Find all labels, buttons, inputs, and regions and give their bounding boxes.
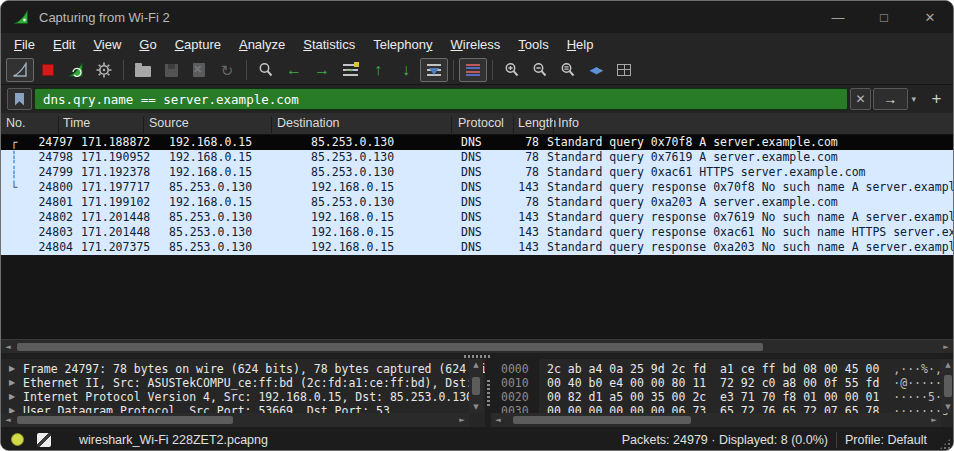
detail-line[interactable]: ▶Frame 24797: 78 bytes on wire (624 bits…	[1, 362, 485, 376]
related-packet-mark	[1, 240, 27, 255]
menu-edit[interactable]: Edit	[44, 35, 84, 54]
expander-icon[interactable]: ▶	[1, 362, 23, 376]
expander-icon[interactable]: ▶	[1, 376, 23, 390]
scroll-down-icon[interactable]: ▼	[469, 401, 483, 413]
details-vscrollbar[interactable]: ▲ ▼	[469, 359, 483, 413]
capture-comment-icon[interactable]	[37, 433, 51, 447]
colorize-toggle[interactable]	[459, 58, 487, 82]
packet-row[interactable]: ┆24799171.192378192.168.0.1585.253.0.130…	[1, 165, 953, 180]
hex-row[interactable]: 001000 40 b0 e4 00 00 80 11 72 92 c0 a8 …	[491, 376, 954, 390]
scroll-left-icon[interactable]: ◄	[1, 414, 15, 426]
auto-scroll-toggle[interactable]	[420, 58, 448, 82]
zoom-in-button[interactable]	[498, 58, 526, 82]
packet-row[interactable]: ┆24798171.190952192.168.0.1585.253.0.130…	[1, 150, 953, 165]
zoom-original-button[interactable]	[554, 58, 582, 82]
start-capture-button[interactable]	[6, 58, 34, 82]
menu-capture[interactable]: Capture	[166, 35, 230, 54]
scroll-left-icon[interactable]: ◄	[1, 341, 15, 353]
filter-bookmark-button[interactable]	[7, 88, 32, 110]
toolbar-separator	[453, 60, 454, 80]
zoom-out-button[interactable]	[526, 58, 554, 82]
go-to-packet-button[interactable]	[336, 58, 364, 82]
scroll-down-icon[interactable]: ▼	[941, 401, 954, 413]
open-file-button[interactable]	[129, 58, 157, 82]
packet-row[interactable]: 24803171.20144885.253.0.130192.168.0.15D…	[1, 225, 953, 240]
expert-info-icon[interactable]	[11, 433, 24, 446]
close-file-x-icon: ✕	[193, 63, 202, 76]
restart-capture-button[interactable]	[62, 58, 90, 82]
scroll-right-icon[interactable]: ►	[927, 414, 941, 426]
column-info[interactable]: Info	[558, 116, 579, 130]
go-back-button[interactable]: ←	[280, 58, 308, 82]
close-button[interactable]: ✕	[907, 1, 953, 33]
packet-details-pane: ▶Frame 24797: 78 bytes on wire (624 bits…	[1, 359, 485, 427]
menu-help[interactable]: Help	[558, 35, 603, 54]
profile-label[interactable]: Profile: Default	[845, 433, 927, 447]
reload-button[interactable]: ↻	[213, 58, 241, 82]
column-time[interactable]: Time	[63, 116, 90, 130]
close-file-button[interactable]: ✕	[185, 58, 213, 82]
columns-grid-icon	[617, 64, 631, 76]
detail-line[interactable]: ▶Internet Protocol Version 4, Src: 192.1…	[1, 390, 485, 404]
menu-file[interactable]: File	[5, 35, 44, 54]
resize-columns-icon: ◀▶	[590, 65, 602, 75]
menu-statistics[interactable]: Statistics	[294, 35, 364, 54]
packet-row[interactable]: 24804171.20737585.253.0.130192.168.0.15D…	[1, 240, 953, 255]
expander-icon[interactable]: ▶	[1, 390, 23, 404]
bytes-hscrollbar[interactable]: ◄ ►	[491, 413, 941, 427]
packet-list-hscrollbar[interactable]: ◄ ►	[1, 339, 953, 353]
column-destination[interactable]: Destination	[277, 116, 340, 130]
scroll-up-icon[interactable]: ▲	[469, 359, 483, 371]
display-columns-button[interactable]	[610, 58, 638, 82]
packet-row[interactable]: 24802171.20144885.253.0.130192.168.0.15D…	[1, 210, 953, 225]
capture-options-button[interactable]	[90, 58, 118, 82]
menu-wireless[interactable]: Wireless	[442, 35, 510, 54]
scrollbar-thumb[interactable]	[17, 343, 763, 351]
go-forward-button[interactable]: →	[308, 58, 336, 82]
status-bar: wireshark_Wi-Fi 228ZET2.pcapng Packets: …	[1, 427, 953, 451]
toolbar-separator	[492, 60, 493, 80]
filter-clear-button[interactable]: ✕	[850, 88, 871, 110]
stop-capture-button[interactable]	[34, 58, 62, 82]
minimize-button[interactable]: —	[815, 1, 861, 33]
go-last-button[interactable]: ↓	[392, 58, 420, 82]
scroll-right-icon[interactable]: ►	[939, 341, 953, 353]
column-source[interactable]: Source	[149, 116, 189, 130]
maximize-button[interactable]: □	[861, 1, 907, 33]
column-length[interactable]: Length	[518, 116, 556, 130]
find-packet-button[interactable]	[252, 58, 280, 82]
capture-filename[interactable]: wireshark_Wi-Fi 228ZET2.pcapng	[79, 433, 268, 447]
scrollbar-thumb[interactable]	[513, 416, 691, 424]
packet-row[interactable]: ┌24797171.188872192.168.0.1585.253.0.130…	[1, 135, 953, 150]
filter-apply-button[interactable]: →	[873, 88, 908, 110]
resize-columns-button[interactable]: ◀▶	[582, 58, 610, 82]
column-no[interactable]: No.	[6, 116, 25, 130]
scroll-up-icon[interactable]: ▲	[941, 359, 954, 371]
packet-row[interactable]: └24800171.19771785.253.0.130192.168.0.15…	[1, 180, 953, 195]
save-file-button[interactable]	[157, 58, 185, 82]
menu-telephony[interactable]: Telephony	[364, 35, 441, 54]
scroll-left-icon[interactable]: ◄	[491, 414, 505, 426]
detail-line[interactable]: ▶Ethernet II, Src: ASUSTekCOMPU_ce:ff:bd…	[1, 376, 485, 390]
packet-row[interactable]: 24801171.199102192.168.0.1585.253.0.130D…	[1, 195, 953, 210]
menu-tools[interactable]: Tools	[509, 35, 557, 54]
column-protocol[interactable]: Protocol	[458, 116, 504, 130]
menu-analyze[interactable]: Analyze	[230, 35, 294, 54]
menu-view[interactable]: View	[84, 35, 130, 54]
splitter-handle	[487, 380, 490, 406]
scrollbar-thumb[interactable]	[944, 375, 952, 397]
filter-add-button[interactable]: +	[926, 88, 947, 110]
related-packet-mark: └	[1, 180, 27, 195]
bytes-vscrollbar[interactable]: ▲ ▼	[941, 359, 954, 413]
scrollbar-thumb[interactable]	[17, 416, 233, 424]
hex-row[interactable]: 00002c ab a4 0a 25 9d 2c fd a1 ce ff bd …	[491, 362, 954, 376]
scrollbar-thumb[interactable]	[472, 377, 480, 395]
display-filter-input[interactable]: dns.qry.name == server.example.com	[34, 88, 848, 110]
scroll-right-icon[interactable]: ►	[455, 414, 469, 426]
hex-row[interactable]: 002000 82 d1 a5 00 35 00 2c e3 71 70 f8 …	[491, 390, 954, 404]
go-first-button[interactable]: ↑	[364, 58, 392, 82]
details-hscrollbar[interactable]: ◄ ►	[1, 413, 469, 427]
menu-go[interactable]: Go	[130, 35, 165, 54]
resize-grip[interactable]	[939, 438, 951, 450]
filter-dropdown-button[interactable]: ▾	[908, 88, 920, 110]
